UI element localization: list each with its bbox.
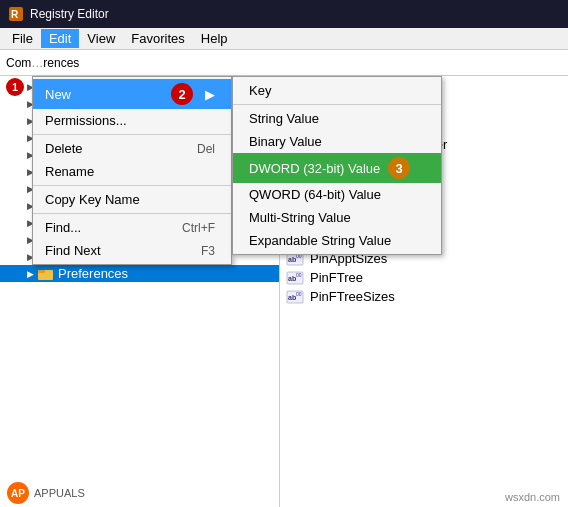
svg-rect-15 [38, 185, 45, 188]
dword-icon: ab00 [286, 290, 304, 304]
appuals-text: APPUALS [34, 487, 85, 499]
menu-favorites[interactable]: Favorites [123, 29, 192, 48]
svg-text:00: 00 [296, 272, 302, 278]
menu-edit[interactable]: Edit [41, 29, 79, 48]
svg-text:ab: ab [288, 179, 297, 188]
value-pinftreesizes[interactable]: ab00 PinFTreeSizes [280, 287, 568, 306]
tree-item-autodiscover[interactable]: ▶ AutoDiscover [0, 95, 279, 112]
watermark: wsxdn.com [505, 491, 560, 503]
svg-text:ab: ab [288, 199, 296, 206]
tree-item-perf[interactable]: ▶ Perf [0, 231, 279, 248]
tree-item-label: Message [58, 181, 111, 196]
value-label: PinApptSizes [310, 251, 387, 266]
menu-file[interactable]: File [4, 29, 41, 48]
value-abwidth[interactable]: ab00 ABWidth [280, 116, 568, 135]
appuals-icon: AP [6, 481, 30, 505]
tree-item-label: Office Explorer [58, 198, 144, 213]
dword-icon: ab00 [286, 138, 304, 152]
value-modulevisible[interactable]: ab ModuleVisible15 [280, 173, 568, 192]
svg-text:00: 00 [296, 101, 302, 107]
svg-rect-5 [38, 100, 45, 103]
dword-icon: ab00 [286, 100, 304, 114]
svg-rect-13 [38, 168, 45, 171]
svg-text:00: 00 [296, 82, 302, 88]
tree-item-label: Addins [58, 79, 98, 94]
tree-item-policynudges[interactable]: ▶ PolicyNudges [0, 248, 279, 265]
tree-item-label: PolicyNudges [58, 249, 138, 264]
main-area: ▶ Addins ▶ AutoDiscover ▶ Contact ▶ [0, 76, 568, 507]
tree-arrow: ▶ [24, 251, 36, 263]
value-pinftree[interactable]: ab00 PinFTree [280, 268, 568, 287]
tree-arrow: ▶ [24, 115, 36, 127]
svg-text:ab: ab [288, 275, 296, 282]
value-pinaddrsizes[interactable]: ab00 PinAddrSizes [280, 211, 568, 230]
svg-rect-17 [38, 202, 45, 205]
folder-icon [38, 131, 54, 144]
tree-item-contact[interactable]: ▶ Contact [0, 112, 279, 129]
tree-item-display-types[interactable]: ▶ Display Types [0, 146, 279, 163]
tree-item-message[interactable]: ▶ Message [0, 180, 279, 197]
value-label: PinFTree [310, 270, 363, 285]
tree-arrow: ▶ [24, 268, 36, 280]
svg-text:R: R [11, 9, 19, 20]
svg-text:00: 00 [296, 158, 302, 164]
value-pinappt-sizes[interactable]: ab00 PinApptSizes [280, 249, 568, 268]
badge-1: 1 [6, 78, 24, 96]
svg-text:ab: ab [288, 237, 296, 244]
tree-item-options[interactable]: ▶ Options [0, 214, 279, 231]
dword-icon: ab00 [286, 252, 304, 266]
dword-icon: ab00 [286, 157, 304, 171]
svg-text:00: 00 [296, 291, 302, 297]
tree-item-diagnostics[interactable]: ▶ Diagnostics [0, 129, 279, 146]
value-label: AutoArchiveFileNumber [310, 137, 447, 152]
tree-item-office-explorer[interactable]: ▶ Office Explorer [0, 197, 279, 214]
svg-text:ab: ab [288, 294, 296, 301]
ab-icon: ab [286, 176, 304, 190]
value-label: PinFTreeSizes [310, 289, 395, 304]
menu-view[interactable]: View [79, 29, 123, 48]
app-icon: R [8, 6, 24, 22]
value-label: PinAddrSizes [310, 213, 388, 228]
value-label: ABPosX [310, 80, 358, 95]
tree-arrow: ▶ [24, 132, 36, 144]
svg-text:ab: ab [288, 142, 296, 149]
value-defaultlayout[interactable]: ab00 DefaultLayoutApplied [280, 154, 568, 173]
tree-item-label: Display Types [58, 147, 139, 162]
svg-rect-7 [38, 117, 45, 120]
svg-text:ab: ab [288, 218, 296, 225]
tree-item-label: Preferences [58, 266, 128, 281]
badge-1-container: 1 [2, 78, 24, 96]
address-end: rences [43, 56, 79, 70]
svg-rect-25 [38, 270, 45, 273]
title-bar-text: Registry Editor [30, 7, 109, 21]
menu-bar: File Edit View Favorites Help [0, 28, 568, 50]
svg-text:00: 00 [296, 139, 302, 145]
value-pinaddr[interactable]: ab00 PinAddr [280, 192, 568, 211]
svg-text:ab: ab [288, 104, 296, 111]
value-pinappt[interactable]: ab00 PinAppt [280, 230, 568, 249]
tree-item-label: Contact [58, 113, 103, 128]
dword-icon: ab00 [286, 271, 304, 285]
address-text: Com [6, 56, 31, 70]
value-abposx[interactable]: ab00 ABPosX [280, 78, 568, 97]
address-bar: Com … rences [0, 50, 568, 76]
value-label: DefaultLayoutApplied [310, 156, 434, 171]
value-label: ABPosY [310, 99, 358, 114]
tree-item-addins[interactable]: ▶ Addins [0, 78, 279, 95]
tree-item-logging[interactable]: ▶ Logging [0, 163, 279, 180]
svg-rect-19 [38, 219, 45, 222]
folder-icon [38, 165, 54, 178]
dword-icon: ab00 [286, 81, 304, 95]
tree-item-preferences[interactable]: ▶ Preferences [0, 265, 279, 282]
value-abposy[interactable]: ab00 ABPosY [280, 97, 568, 116]
folder-icon [38, 114, 54, 127]
appuals-logo: AP APPUALS [6, 481, 85, 505]
tree-item-label: AutoDiscover [58, 96, 135, 111]
tree-arrow: ▶ [24, 98, 36, 110]
menu-help[interactable]: Help [193, 29, 236, 48]
tree-arrow: ▶ [24, 81, 36, 93]
tree-item-label: Logging [58, 164, 104, 179]
value-autoarchive[interactable]: ab00 AutoArchiveFileNumber [280, 135, 568, 154]
svg-rect-3 [38, 83, 45, 86]
svg-rect-23 [38, 253, 45, 256]
